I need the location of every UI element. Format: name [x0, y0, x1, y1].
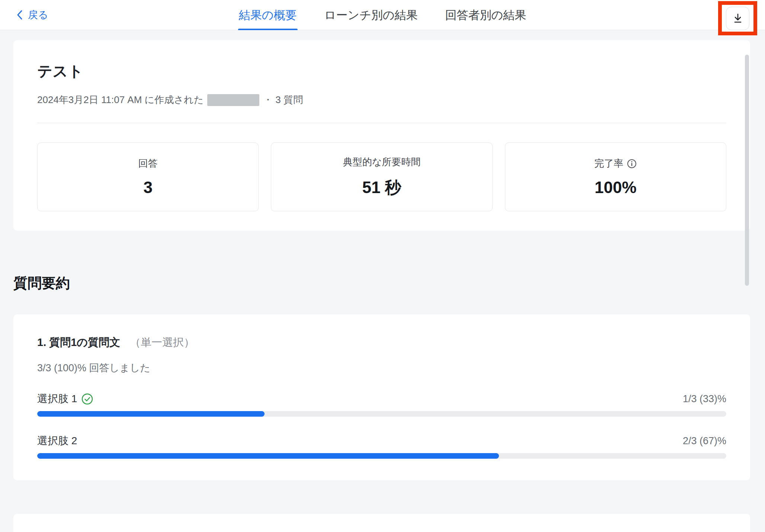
- download-button[interactable]: [726, 7, 749, 30]
- stat-completion-rate-label: 完了率: [594, 157, 623, 170]
- stat-typical-time: 典型的な所要時間 51 秒: [271, 142, 492, 211]
- tab-results-by-respondent[interactable]: 回答者別の結果: [444, 0, 527, 30]
- question-1-card: 1. 質問1の質問文 （単一選択） 3/3 (100)% 回答しました 選択肢 …: [13, 314, 750, 480]
- divider: [37, 123, 726, 123]
- back-button[interactable]: 戻る: [17, 0, 48, 30]
- stat-typical-time-label: 典型的な所要時間: [343, 156, 421, 169]
- tab-results-by-launch[interactable]: ローンチ別の結果: [324, 0, 419, 30]
- option-1-bar-fill: [37, 411, 265, 417]
- download-icon: [732, 13, 743, 24]
- question-2-card: 2. 質問2の質問文 （複数選択）: [13, 514, 750, 532]
- option-row-1: 選択肢 1 1/3 (33)%: [37, 392, 726, 417]
- survey-title: テスト: [37, 61, 726, 81]
- stats-row: 回答 3 典型的な所要時間 51 秒 完了率 100%: [37, 142, 726, 211]
- survey-meta: 2024年3月2日 11:07 AM に作成された ・ 3 質問: [37, 93, 726, 106]
- stat-typical-time-value: 51 秒: [362, 177, 401, 199]
- stat-responses-label: 回答: [138, 157, 158, 170]
- option-1-bar-track: [37, 411, 726, 417]
- stat-responses-value: 3: [143, 178, 152, 197]
- question-summary-heading: 質問要約: [13, 274, 750, 293]
- option-1-label: 選択肢 1: [37, 392, 77, 406]
- correct-answer-check-icon: [81, 393, 93, 405]
- tab-results-overview[interactable]: 結果の概要: [238, 0, 298, 30]
- survey-summary-card: テスト 2024年3月2日 11:07 AM に作成された ・ 3 質問 回答 …: [13, 40, 750, 231]
- option-2-result: 2/3 (67)%: [683, 435, 726, 447]
- option-2-label: 選択肢 2: [37, 434, 77, 448]
- annotation-highlight-box: [718, 1, 757, 35]
- stat-completion-rate-value: 100%: [595, 178, 637, 197]
- vertical-scrollbar[interactable]: [745, 55, 749, 286]
- chevron-left-icon: [17, 10, 23, 20]
- redacted-author-name: [207, 94, 259, 106]
- results-tabs: 結果の概要 ローンチ別の結果 回答者別の結果: [238, 0, 527, 30]
- results-overview-page: テスト 2024年3月2日 11:07 AM に作成された ・ 3 質問 回答 …: [0, 30, 765, 532]
- option-2-bar-track: [37, 453, 726, 459]
- stat-responses: 回答 3: [37, 142, 259, 211]
- question-1-title: 1. 質問1の質問文: [37, 335, 120, 350]
- question-1-type: （単一選択）: [130, 335, 195, 350]
- option-1-result: 1/3 (33)%: [683, 393, 726, 405]
- question-count-text: ・ 3 質問: [263, 93, 303, 106]
- stat-completion-rate: 完了率 100%: [505, 142, 726, 211]
- back-label: 戻る: [28, 8, 48, 22]
- question-1-answered-count: 3/3 (100)% 回答しました: [37, 361, 726, 375]
- option-2-bar-fill: [37, 453, 499, 459]
- top-bar: 戻る 結果の概要 ローンチ別の結果 回答者別の結果: [0, 0, 765, 30]
- option-row-2: 選択肢 2 2/3 (67)%: [37, 434, 726, 459]
- info-icon[interactable]: [627, 159, 637, 169]
- created-date-text: 2024年3月2日 11:07 AM に作成された: [37, 93, 204, 106]
